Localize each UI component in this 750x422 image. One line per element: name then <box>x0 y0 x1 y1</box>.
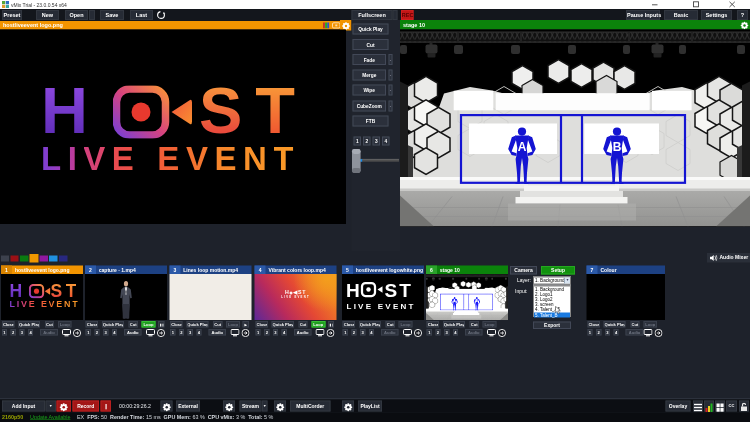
svg-text:B: B <box>613 140 622 154</box>
svg-text:ST: ST <box>384 280 412 301</box>
svg-text:H: H <box>346 280 360 301</box>
svg-text:LIVE EVENT: LIVE EVENT <box>346 302 415 311</box>
svg-text:A: A <box>518 140 527 154</box>
